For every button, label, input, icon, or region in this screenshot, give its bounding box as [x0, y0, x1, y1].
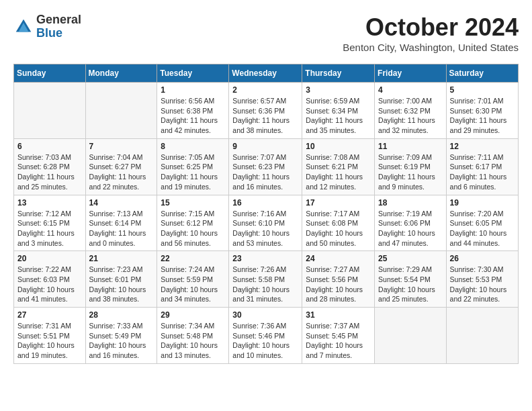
- calendar-cell: 22Sunrise: 7:24 AMSunset: 5:59 PMDayligh…: [157, 251, 229, 308]
- day-info: Sunrise: 7:07 AMSunset: 6:23 PMDaylight:…: [232, 152, 298, 192]
- calendar-week-1: 6Sunrise: 7:03 AMSunset: 6:28 PMDaylight…: [14, 138, 519, 195]
- calendar-cell: 23Sunrise: 7:26 AMSunset: 5:58 PMDayligh…: [229, 251, 302, 308]
- day-info: Sunrise: 7:08 AMSunset: 6:21 PMDaylight:…: [306, 152, 371, 192]
- day-number: 2: [232, 85, 298, 95]
- day-info: Sunrise: 7:36 AMSunset: 5:46 PMDaylight:…: [232, 321, 298, 361]
- calendar-week-3: 20Sunrise: 7:22 AMSunset: 6:03 PMDayligh…: [14, 251, 519, 308]
- calendar-cell: 30Sunrise: 7:36 AMSunset: 5:46 PMDayligh…: [229, 308, 302, 364]
- header-wednesday: Wednesday: [229, 64, 302, 83]
- calendar-cell: 12Sunrise: 7:11 AMSunset: 6:17 PMDayligh…: [446, 138, 518, 195]
- calendar-week-0: 1Sunrise: 6:56 AMSunset: 6:38 PMDaylight…: [14, 83, 519, 139]
- calendar-cell: [375, 308, 447, 364]
- calendar-cell: 21Sunrise: 7:23 AMSunset: 6:01 PMDayligh…: [85, 251, 157, 308]
- day-number: 26: [450, 254, 515, 263]
- day-info: Sunrise: 7:31 AMSunset: 5:51 PMDaylight:…: [17, 321, 82, 361]
- day-number: 22: [161, 254, 225, 263]
- calendar-cell: [446, 308, 518, 364]
- day-info: Sunrise: 7:26 AMSunset: 5:58 PMDaylight:…: [232, 265, 298, 304]
- day-number: 17: [306, 198, 371, 208]
- calendar-cell: 26Sunrise: 7:30 AMSunset: 5:53 PMDayligh…: [446, 251, 518, 308]
- day-info: Sunrise: 7:27 AMSunset: 5:56 PMDaylight:…: [306, 265, 371, 304]
- calendar-cell: 24Sunrise: 7:27 AMSunset: 5:56 PMDayligh…: [302, 251, 375, 308]
- day-info: Sunrise: 7:30 AMSunset: 5:53 PMDaylight:…: [450, 265, 515, 304]
- calendar: SundayMondayTuesdayWednesdayThursdayFrid…: [13, 64, 519, 364]
- calendar-cell: 7Sunrise: 7:04 AMSunset: 6:27 PMDaylight…: [85, 138, 157, 195]
- calendar-cell: 16Sunrise: 7:16 AMSunset: 6:10 PMDayligh…: [229, 195, 302, 251]
- day-info: Sunrise: 7:11 AMSunset: 6:17 PMDaylight:…: [450, 152, 515, 192]
- calendar-cell: 29Sunrise: 7:34 AMSunset: 5:48 PMDayligh…: [157, 308, 229, 364]
- day-info: Sunrise: 6:59 AMSunset: 6:34 PMDaylight:…: [306, 96, 371, 136]
- day-number: 19: [450, 198, 515, 208]
- calendar-cell: 13Sunrise: 7:12 AMSunset: 6:15 PMDayligh…: [14, 195, 86, 251]
- calendar-cell: 18Sunrise: 7:19 AMSunset: 6:06 PMDayligh…: [375, 195, 447, 251]
- day-info: Sunrise: 6:57 AMSunset: 6:36 PMDaylight:…: [232, 96, 298, 136]
- logo: General Blue: [13, 13, 81, 40]
- calendar-cell: 10Sunrise: 7:08 AMSunset: 6:21 PMDayligh…: [302, 138, 375, 195]
- day-info: Sunrise: 7:37 AMSunset: 5:45 PMDaylight:…: [306, 321, 371, 361]
- day-info: Sunrise: 7:04 AMSunset: 6:27 PMDaylight:…: [89, 152, 154, 192]
- calendar-cell: [14, 83, 86, 139]
- calendar-week-4: 27Sunrise: 7:31 AMSunset: 5:51 PMDayligh…: [14, 308, 519, 364]
- day-number: 5: [450, 85, 515, 95]
- calendar-cell: 6Sunrise: 7:03 AMSunset: 6:28 PMDaylight…: [14, 138, 86, 195]
- title-block: October 2024 Benton City, Washington, Un…: [343, 13, 519, 53]
- calendar-cell: 15Sunrise: 7:15 AMSunset: 6:12 PMDayligh…: [157, 195, 229, 251]
- calendar-cell: 25Sunrise: 7:29 AMSunset: 5:54 PMDayligh…: [375, 251, 447, 308]
- calendar-cell: 2Sunrise: 6:57 AMSunset: 6:36 PMDaylight…: [229, 83, 302, 139]
- day-info: Sunrise: 7:19 AMSunset: 6:06 PMDaylight:…: [378, 209, 443, 248]
- calendar-cell: 31Sunrise: 7:37 AMSunset: 5:45 PMDayligh…: [302, 308, 375, 364]
- day-number: 25: [378, 254, 443, 263]
- day-number: 21: [89, 254, 154, 263]
- calendar-cell: 1Sunrise: 6:56 AMSunset: 6:38 PMDaylight…: [157, 83, 229, 139]
- calendar-cell: 20Sunrise: 7:22 AMSunset: 6:03 PMDayligh…: [14, 251, 86, 308]
- header-monday: Monday: [85, 64, 157, 83]
- day-number: 29: [161, 310, 225, 320]
- calendar-cell: [85, 83, 157, 139]
- day-number: 12: [450, 142, 515, 151]
- day-number: 10: [306, 142, 371, 151]
- day-info: Sunrise: 7:01 AMSunset: 6:30 PMDaylight:…: [450, 96, 515, 136]
- day-number: 24: [306, 254, 371, 263]
- calendar-cell: 27Sunrise: 7:31 AMSunset: 5:51 PMDayligh…: [14, 308, 86, 364]
- day-info: Sunrise: 7:09 AMSunset: 6:19 PMDaylight:…: [378, 152, 443, 192]
- day-number: 14: [89, 198, 154, 208]
- calendar-cell: 8Sunrise: 7:05 AMSunset: 6:25 PMDaylight…: [157, 138, 229, 195]
- header-friday: Friday: [375, 64, 447, 83]
- location: Benton City, Washington, United States: [343, 42, 519, 53]
- calendar-header-row: SundayMondayTuesdayWednesdayThursdayFrid…: [14, 64, 519, 83]
- day-info: Sunrise: 7:17 AMSunset: 6:08 PMDaylight:…: [306, 209, 371, 248]
- day-info: Sunrise: 7:29 AMSunset: 5:54 PMDaylight:…: [378, 265, 443, 304]
- day-info: Sunrise: 7:15 AMSunset: 6:12 PMDaylight:…: [161, 209, 225, 248]
- day-info: Sunrise: 7:03 AMSunset: 6:28 PMDaylight:…: [17, 152, 82, 192]
- day-number: 23: [232, 254, 298, 263]
- day-info: Sunrise: 7:16 AMSunset: 6:10 PMDaylight:…: [232, 209, 298, 248]
- logo-general-text: General: [36, 13, 81, 27]
- day-number: 20: [17, 254, 82, 263]
- day-number: 11: [378, 142, 443, 151]
- calendar-cell: 28Sunrise: 7:33 AMSunset: 5:49 PMDayligh…: [85, 308, 157, 364]
- calendar-cell: 17Sunrise: 7:17 AMSunset: 6:08 PMDayligh…: [302, 195, 375, 251]
- day-info: Sunrise: 7:12 AMSunset: 6:15 PMDaylight:…: [17, 209, 82, 248]
- calendar-cell: 11Sunrise: 7:09 AMSunset: 6:19 PMDayligh…: [375, 138, 447, 195]
- logo-icon: [13, 17, 34, 37]
- calendar-cell: 14Sunrise: 7:13 AMSunset: 6:14 PMDayligh…: [85, 195, 157, 251]
- calendar-week-2: 13Sunrise: 7:12 AMSunset: 6:15 PMDayligh…: [14, 195, 519, 251]
- day-number: 7: [89, 142, 154, 151]
- calendar-cell: 9Sunrise: 7:07 AMSunset: 6:23 PMDaylight…: [229, 138, 302, 195]
- header-saturday: Saturday: [446, 64, 518, 83]
- day-number: 30: [232, 310, 298, 320]
- logo-blue-text: Blue: [36, 27, 81, 40]
- day-info: Sunrise: 7:24 AMSunset: 5:59 PMDaylight:…: [161, 265, 225, 304]
- day-number: 1: [161, 85, 225, 95]
- header-thursday: Thursday: [302, 64, 375, 83]
- day-number: 18: [378, 198, 443, 208]
- day-info: Sunrise: 7:22 AMSunset: 6:03 PMDaylight:…: [17, 265, 82, 304]
- day-number: 16: [232, 198, 298, 208]
- day-info: Sunrise: 7:05 AMSunset: 6:25 PMDaylight:…: [161, 152, 225, 192]
- day-number: 28: [89, 310, 154, 320]
- day-number: 8: [161, 142, 225, 151]
- day-number: 31: [306, 310, 371, 320]
- calendar-cell: 3Sunrise: 6:59 AMSunset: 6:34 PMDaylight…: [302, 83, 375, 139]
- day-number: 13: [17, 198, 82, 208]
- day-info: Sunrise: 7:13 AMSunset: 6:14 PMDaylight:…: [89, 209, 154, 248]
